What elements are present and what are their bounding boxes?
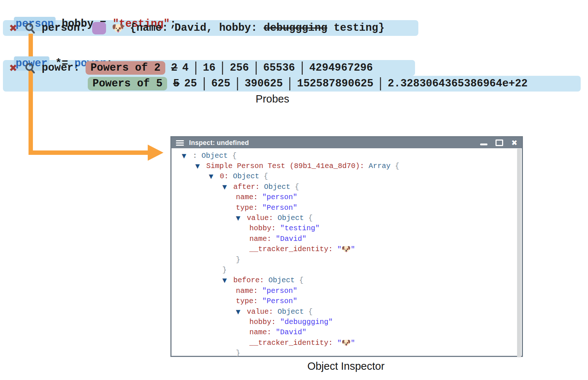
remove-probe-icon[interactable]: [8, 22, 18, 34]
close-icon[interactable]: [511, 138, 517, 147]
new-value: testing}: [327, 22, 385, 34]
inspector-tree[interactable]: : Object { Simple Person Test (89b1_41ea…: [172, 148, 522, 358]
value: 2.3283064365386964e+22: [388, 78, 528, 90]
window-title: Inspect: undefined: [189, 139, 249, 147]
tree-row[interactable]: : Object {: [172, 150, 522, 161]
collapse-triangle-icon[interactable]: [222, 277, 233, 284]
arrow-head-icon: [148, 145, 163, 161]
tree-row[interactable]: name: "person": [172, 192, 522, 202]
collapse-triangle-icon[interactable]: [182, 152, 193, 159]
collapse-triangle-icon[interactable]: [236, 215, 247, 221]
probe-values: 5 25 625 390625 152587890625 2.328306436…: [173, 77, 528, 90]
tree-row[interactable]: after: Object {: [172, 182, 522, 192]
scrollbar[interactable]: [517, 149, 521, 357]
tree-row[interactable]: value: Object {: [172, 213, 522, 223]
value: 256: [230, 62, 249, 74]
value: 4: [182, 62, 188, 74]
arrow-horizontal-segment: [29, 150, 148, 155]
probe-values: 2 4 16 256 65536 4294967296: [171, 62, 373, 75]
value: 152587890625: [297, 78, 373, 90]
tree-row[interactable]: hobby: "testing": [172, 223, 522, 234]
value-separator: [222, 62, 223, 75]
window-titlebar[interactable]: Inspect: undefined: [172, 137, 522, 148]
collapse-triangle-icon[interactable]: [236, 308, 247, 315]
probe-label: person:: [42, 22, 86, 34]
value-separator: [289, 77, 290, 90]
value: 625: [211, 78, 230, 90]
probe-label: power:: [42, 62, 80, 74]
series-chip-powers-of-5[interactable]: Powers of 5: [88, 77, 167, 90]
value: 4294967296: [309, 62, 373, 74]
minimize-icon[interactable]: [480, 144, 487, 145]
probe-power-row-powers-of-5: Powers of 5 5 25 625 390625 152587890625…: [3, 76, 581, 92]
value-separator: [256, 62, 257, 75]
collapse-triangle-icon[interactable]: [222, 183, 233, 190]
value: 16: [203, 62, 216, 74]
tree-row[interactable]: __tracker_identity: "🐶": [172, 338, 522, 348]
value: 65536: [263, 62, 295, 74]
inspect-magnifier-icon[interactable]: [24, 62, 36, 74]
value-separator: [237, 77, 238, 90]
tree-row[interactable]: hobby: "debuggging": [172, 317, 522, 327]
object-inspector-caption: Object Inspector: [307, 360, 384, 372]
tree-row[interactable]: }: [172, 265, 522, 275]
tree-row[interactable]: __tracker_identity: "🐶": [172, 244, 522, 254]
inspect-magnifier-icon[interactable]: [24, 22, 36, 34]
probe-value: {name: David, hobby: debuggging testing}: [130, 22, 385, 34]
remove-probe-icon[interactable]: [8, 62, 18, 74]
tree-row[interactable]: type: "Person": [172, 202, 522, 213]
collapse-triangle-icon[interactable]: [209, 173, 220, 180]
probe-power-row-powers-of-2: power: Powers of 2 2 4 16 256 65536 4294…: [3, 60, 415, 76]
value-separator: [195, 62, 196, 75]
tree-row[interactable]: name: "person": [172, 286, 522, 296]
series-chip-powers-of-2[interactable]: Powers of 2: [86, 61, 165, 75]
tree-row[interactable]: type: "Person": [172, 296, 522, 306]
old-value: 5: [173, 78, 179, 90]
tree-row[interactable]: name: "David": [172, 327, 522, 338]
value: 25: [184, 78, 197, 90]
tree-row[interactable]: name: "David": [172, 234, 522, 244]
probes-caption: Probes: [256, 93, 289, 105]
dog-emoji-icon: 🐶: [112, 22, 124, 34]
value: 390625: [245, 78, 283, 90]
probe-person: person: 🐶 {name: David, hobby: debugggin…: [3, 20, 418, 36]
tree-row[interactable]: }: [172, 348, 522, 358]
object-inspector-window: Inspect: undefined : Object { Simple Per…: [170, 136, 523, 357]
value-separator: [380, 77, 381, 90]
old-value: debuggging: [264, 22, 327, 34]
tree-row[interactable]: 0: Object {: [172, 171, 522, 182]
maximize-icon[interactable]: [495, 139, 503, 146]
tree-row[interactable]: Simple Person Test (89b1_41ea_8d70): Arr…: [172, 161, 522, 171]
tree-row[interactable]: before: Object {: [172, 275, 522, 286]
old-value: 2: [171, 62, 177, 74]
window-controls: [480, 138, 517, 147]
tree-row[interactable]: value: Object {: [172, 306, 522, 317]
menu-hamburger-icon[interactable]: [176, 140, 184, 146]
tree-row[interactable]: }: [172, 254, 522, 265]
identity-color-swatch[interactable]: [92, 22, 106, 34]
value-separator: [204, 77, 205, 90]
value-separator: [302, 62, 303, 75]
collapse-triangle-icon[interactable]: [195, 163, 206, 169]
